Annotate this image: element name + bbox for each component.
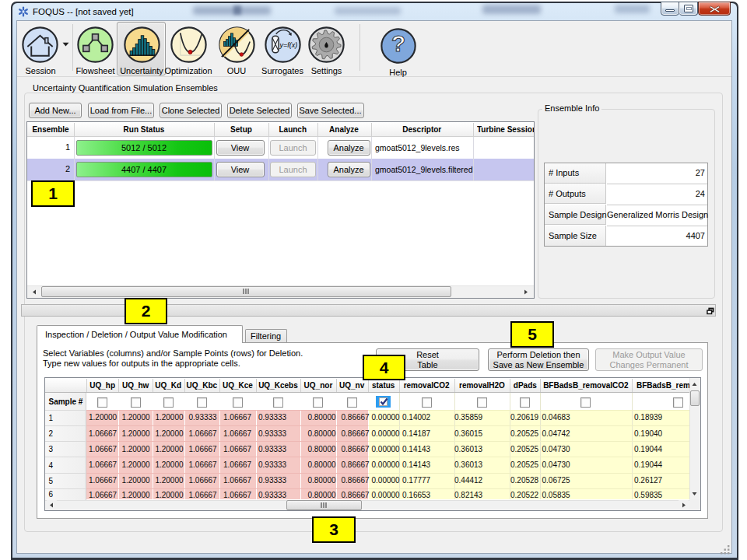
svg-text:y=f(x): y=f(x) — [279, 40, 297, 48]
svg-text:?: ? — [391, 30, 405, 56]
